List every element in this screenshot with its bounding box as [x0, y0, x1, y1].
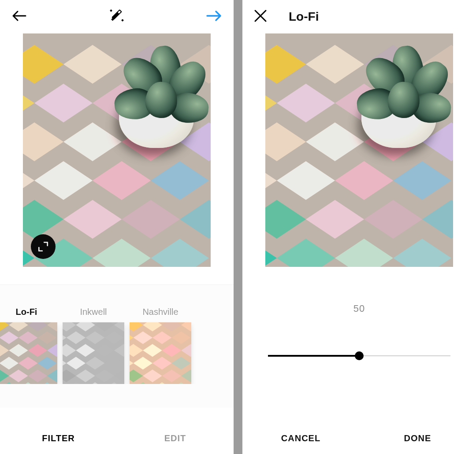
expand-button[interactable] [31, 234, 56, 259]
filter-thumbnail [0, 322, 57, 384]
back-button[interactable] [11, 9, 28, 24]
tab-filter[interactable]: FILTER [0, 422, 117, 454]
filter-thumbnail [130, 322, 191, 384]
filter-label: Lo-Fi [0, 307, 57, 317]
main-photo-preview-right[interactable] [265, 33, 453, 267]
next-button[interactable] [205, 9, 223, 24]
filter-title: Lo-Fi [289, 10, 319, 24]
intensity-slider[interactable] [268, 351, 450, 361]
filter-option-inkwell[interactable]: Inkwell [63, 307, 124, 384]
bottom-tabs: FILTER EDIT [0, 422, 234, 454]
filter-option-nashville[interactable]: Nashville [130, 307, 191, 384]
expand-icon [37, 241, 49, 252]
filter-select-screen: WillowLo-FiInkwellNashville FILTER EDIT [0, 0, 234, 454]
svg-rect-28 [112, 9, 122, 20]
back-arrow-icon [11, 9, 28, 22]
intensity-value-label: 50 [353, 303, 365, 314]
filter-label: Inkwell [63, 307, 124, 317]
next-arrow-icon [205, 9, 223, 22]
close-button[interactable] [253, 8, 268, 25]
done-button[interactable]: DONE [359, 422, 476, 454]
preview-area-right [242, 33, 476, 267]
main-photo-preview[interactable] [23, 33, 211, 267]
auto-enhance-button[interactable] [108, 7, 126, 26]
preview-area [0, 33, 234, 267]
topbar-right: Lo-Fi [242, 0, 476, 33]
filter-carousel[interactable]: WillowLo-FiInkwellNashville [0, 284, 234, 408]
cancel-button[interactable]: CANCEL [242, 422, 359, 454]
tab-edit[interactable]: EDIT [117, 422, 234, 454]
close-icon [253, 8, 268, 23]
filter-option-lo-fi[interactable]: Lo-Fi [0, 307, 57, 384]
filter-intensity-screen: Lo-Fi 50 CANCEL DONE [242, 0, 476, 454]
pane-divider [234, 0, 242, 454]
magic-wand-icon [108, 7, 126, 25]
topbar-left [0, 0, 234, 33]
slider-knob[interactable] [355, 351, 364, 360]
filter-thumbnail [63, 322, 124, 384]
action-bar: CANCEL DONE [242, 422, 476, 454]
filter-label: Nashville [130, 307, 191, 317]
